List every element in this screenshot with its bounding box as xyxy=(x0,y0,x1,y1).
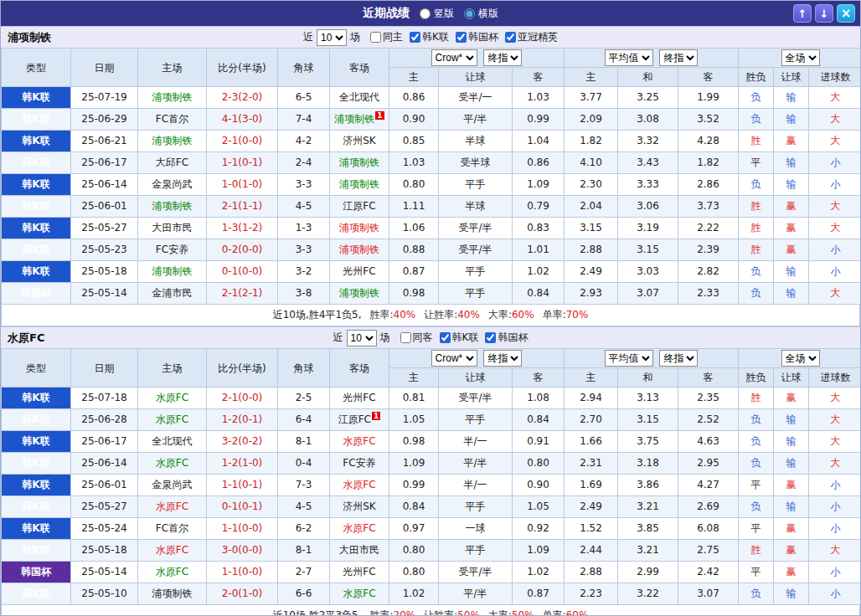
filter-checkbox[interactable] xyxy=(410,32,420,43)
home-team-name[interactable]: 水原FC xyxy=(156,544,188,556)
home-team-cell[interactable]: 水原FC xyxy=(138,540,207,562)
home-team-cell[interactable]: 浦项制铁 xyxy=(138,196,207,218)
filter-option[interactable]: 韩K联 xyxy=(410,30,449,44)
asia-time-select[interactable]: 终指 xyxy=(483,49,522,66)
home-team-cell[interactable]: 大邱FC xyxy=(138,152,207,174)
scope-select[interactable]: 全场 xyxy=(781,49,820,66)
home-team-name[interactable]: 全北现代 xyxy=(152,435,193,447)
away-team-name[interactable]: 江原FC xyxy=(338,413,371,425)
focus-team-name-pohang[interactable]: 浦项制铁 xyxy=(8,30,51,45)
home-team-name[interactable]: 水原FC xyxy=(156,566,188,578)
horizontal-layout-radio[interactable] xyxy=(464,8,475,19)
home-team-cell[interactable]: 金泉尚武 xyxy=(138,475,207,496)
filter-option[interactable]: 韩国杯 xyxy=(456,30,498,44)
euro-time-select[interactable]: 终指 xyxy=(659,49,698,66)
filter-checkbox[interactable] xyxy=(456,32,467,43)
home-team-cell[interactable]: 水原FC xyxy=(138,562,207,583)
home-team-cell[interactable]: 浦项制铁 xyxy=(138,583,207,605)
filter-checkbox[interactable] xyxy=(440,332,451,343)
away-team-name[interactable]: 光州FC xyxy=(343,392,375,403)
home-team-name[interactable]: 浦项制铁 xyxy=(152,200,193,212)
away-team-cell[interactable]: 浦项制铁1 xyxy=(330,109,389,131)
away-team-name[interactable]: 水原FC xyxy=(343,588,375,599)
home-team-cell[interactable]: 浦项制铁 xyxy=(138,131,207,152)
home-team-name[interactable]: 大田市民 xyxy=(152,222,193,234)
away-team-cell[interactable]: 浦项制铁 xyxy=(330,152,389,174)
away-team-name[interactable]: 浦项制铁 xyxy=(339,157,379,168)
away-team-name[interactable]: 光州FC xyxy=(343,566,375,578)
filter-option[interactable]: 韩K联 xyxy=(440,331,479,345)
away-team-name[interactable]: 浦项制铁 xyxy=(334,113,374,125)
home-team-name[interactable]: 水原FC xyxy=(156,501,188,512)
away-team-cell[interactable]: 浦项制铁 xyxy=(330,239,389,261)
home-team-name[interactable]: 水原FC xyxy=(156,457,188,469)
away-team-name[interactable]: 大田市民 xyxy=(339,544,379,556)
away-team-name[interactable]: 浦项制铁 xyxy=(339,178,379,190)
match-count-select[interactable]: 10 xyxy=(317,29,347,46)
filter-checkbox[interactable] xyxy=(485,332,496,343)
away-team-name[interactable]: 浦项制铁 xyxy=(339,222,379,234)
away-team-cell[interactable]: 光州FC xyxy=(330,261,389,283)
away-team-cell[interactable]: 浦项制铁 xyxy=(330,174,389,196)
home-team-name[interactable]: FC首尔 xyxy=(156,522,188,534)
scroll-up-button[interactable]: ↑ xyxy=(793,4,812,23)
home-team-name[interactable]: 浦项制铁 xyxy=(152,588,193,599)
home-team-cell[interactable]: FC首尔 xyxy=(138,109,207,131)
away-team-cell[interactable]: 大田市民 xyxy=(330,540,389,562)
layout-option-horizontal[interactable]: 横版 xyxy=(464,7,498,21)
away-team-cell[interactable]: 江原FC xyxy=(330,196,389,218)
home-team-cell[interactable]: 水原FC xyxy=(138,409,207,431)
away-team-cell[interactable]: 水原FC xyxy=(330,431,389,453)
away-team-cell[interactable]: 济州SK xyxy=(330,496,389,518)
home-team-name[interactable]: 金泉尚武 xyxy=(152,178,193,190)
layout-option-vertical[interactable]: 竖版 xyxy=(420,7,454,21)
home-team-name[interactable]: 大邱FC xyxy=(156,157,188,168)
home-team-cell[interactable]: 大田市民 xyxy=(138,218,207,239)
filter-checkbox[interactable] xyxy=(370,32,381,43)
home-team-name[interactable]: 水原FC xyxy=(156,413,188,425)
away-team-cell[interactable]: 济州SK xyxy=(330,131,389,152)
home-team-name[interactable]: 金泉尚武 xyxy=(152,479,193,490)
home-team-cell[interactable]: 水原FC xyxy=(138,388,207,409)
away-team-cell[interactable]: 水原FC xyxy=(330,583,389,605)
home-team-name[interactable]: 水原FC xyxy=(156,392,188,403)
home-team-cell[interactable]: 水原FC xyxy=(138,453,207,475)
away-team-cell[interactable]: 浦项制铁 xyxy=(330,218,389,239)
asia-company-select[interactable]: Crow* xyxy=(431,49,477,66)
filter-option[interactable]: 同主 xyxy=(370,30,403,44)
focus-team-name-suwon[interactable]: 水原FC xyxy=(8,331,44,346)
away-team-cell[interactable]: 水原FC xyxy=(330,475,389,496)
away-team-cell[interactable]: 水原FC xyxy=(330,518,389,540)
asia-time-select[interactable]: 终指 xyxy=(483,350,522,367)
home-team-cell[interactable]: 浦项制铁 xyxy=(138,87,207,109)
home-team-cell[interactable]: 金泉尚武 xyxy=(138,174,207,196)
away-team-name[interactable]: FC安养 xyxy=(343,457,375,469)
away-team-name[interactable]: 水原FC xyxy=(343,522,375,534)
filter-checkbox[interactable] xyxy=(400,332,411,343)
scroll-down-button[interactable]: ↓ xyxy=(815,4,833,23)
away-team-name[interactable]: 光州FC xyxy=(343,265,375,277)
filter-option[interactable]: 同客 xyxy=(400,331,433,345)
vertical-layout-radio[interactable] xyxy=(420,8,430,19)
filter-checkbox[interactable] xyxy=(505,32,516,43)
away-team-cell[interactable]: FC安养 xyxy=(330,453,389,475)
home-team-name[interactable]: FC安养 xyxy=(156,244,188,255)
euro-time-select[interactable]: 终指 xyxy=(659,350,698,367)
asia-company-select[interactable]: Crow* xyxy=(431,350,477,367)
home-team-name[interactable]: FC首尔 xyxy=(156,113,188,125)
away-team-cell[interactable]: 光州FC xyxy=(330,388,389,409)
scope-select[interactable]: 全场 xyxy=(781,350,820,367)
away-team-name[interactable]: 浦项制铁 xyxy=(339,244,379,255)
away-team-cell[interactable]: 江原FC1 xyxy=(330,409,389,431)
home-team-name[interactable]: 浦项制铁 xyxy=(152,265,193,277)
filter-option[interactable]: 亚冠精英 xyxy=(505,30,558,44)
home-team-cell[interactable]: 金浦市民 xyxy=(138,283,207,305)
home-team-name[interactable]: 金浦市民 xyxy=(152,287,193,299)
away-team-name[interactable]: 全北现代 xyxy=(339,91,379,103)
away-team-cell[interactable]: 全北现代 xyxy=(330,87,389,109)
home-team-name[interactable]: 浦项制铁 xyxy=(152,91,193,103)
home-team-cell[interactable]: 全北现代 xyxy=(138,431,207,453)
away-team-name[interactable]: 济州SK xyxy=(343,501,376,512)
euro-company-select[interactable]: 平均值 xyxy=(605,350,653,367)
away-team-cell[interactable]: 光州FC xyxy=(330,562,389,583)
